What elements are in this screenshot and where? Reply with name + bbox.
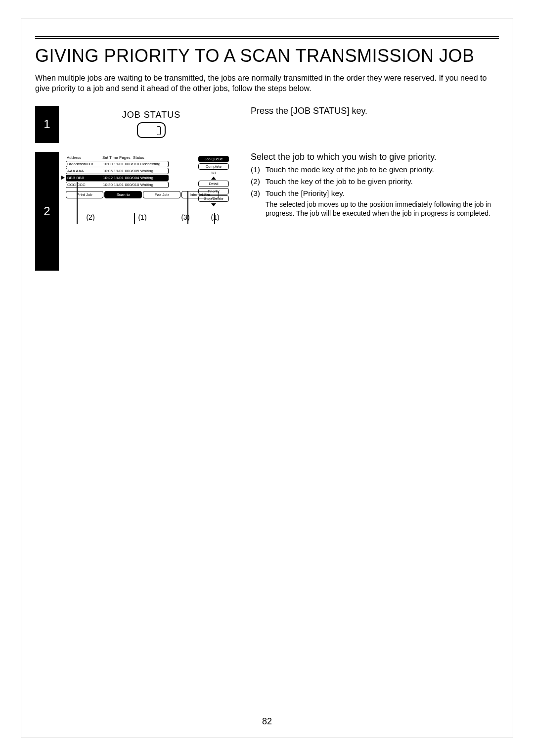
page-number: 82: [21, 716, 513, 727]
job-row[interactable]: CCC CCC 10:30 11/01 000/010 Waiting: [66, 182, 169, 188]
pointer-line: [134, 213, 135, 224]
job-row-selected[interactable]: BBB BBB 10:22 11/01 000/004 Waiting: [66, 175, 169, 181]
col-status: Status: [133, 155, 155, 160]
scroll-up-icon[interactable]: [211, 177, 216, 180]
row-addr: BBB BBB: [67, 176, 103, 180]
row-rest: 10:22 11/01 000/004 Waiting: [103, 176, 167, 180]
complete-button[interactable]: Complete: [198, 163, 229, 170]
callout: (2): [66, 213, 115, 221]
substep-2: (2) Touch the key of the job to be given…: [251, 177, 497, 186]
col-pages: Pages: [119, 155, 133, 160]
job-row[interactable]: Broadcast0001 10:00 11/01 000/010 Connec…: [66, 161, 169, 167]
step2-heading: Select the job to which you wish to give…: [251, 152, 497, 162]
step-number: 2: [35, 152, 59, 271]
pointer-line: [77, 182, 78, 224]
row-rest: 10:05 11/01 000/005 Waiting: [103, 169, 167, 173]
side-buttons: Job Queue Complete 1/1 Detail Priority S…: [198, 155, 229, 207]
tab-fax-job[interactable]: Fax Job: [143, 191, 180, 198]
callout: (1): [115, 213, 170, 221]
page-title: GIVING PRIORITY TO A SCAN TRANSMISSION J…: [35, 46, 499, 66]
top-rule: [35, 36, 499, 39]
row-addr: CCC CCC: [67, 183, 103, 187]
step-2: 2 Address Set Time Pages Status Broadcas…: [35, 152, 499, 271]
job-row[interactable]: AAA AAA 10:05 11/01 000/005 Waiting: [66, 168, 169, 174]
manual-page: GIVING PRIORITY TO A SCAN TRANSMISSION J…: [21, 18, 513, 738]
col-settime: Set Time: [102, 155, 119, 160]
job-status-label: JOB STATUS: [66, 110, 237, 120]
substep-note: The selected job moves up to the positio…: [266, 200, 497, 218]
job-status-key-icon: [137, 122, 166, 138]
row-rest: 10:30 11/01 000/010 Waiting: [103, 183, 167, 187]
job-queue-button[interactable]: Job Queue: [198, 156, 229, 162]
page-fraction: 1/1: [198, 171, 229, 175]
pointer-line: [214, 213, 215, 224]
step1-heading: Press the [JOB STATUS] key.: [251, 106, 497, 116]
substep-1: (1) Touch the mode key of the job to be …: [251, 165, 497, 174]
tab-scan-to[interactable]: Scan to: [104, 191, 142, 198]
step1-graphic: JOB STATUS: [59, 106, 242, 143]
callout: (1): [201, 213, 229, 221]
detail-button[interactable]: Detail: [198, 181, 229, 187]
row-addr: Broadcast0001: [67, 162, 103, 166]
col-address: Address: [67, 155, 102, 160]
substep-3: (3) Touch the [Priority] key.: [251, 189, 497, 198]
stop-delete-button[interactable]: Stop/Delete: [198, 195, 229, 202]
row-rest: 10:00 11/01 000/010 Connecting: [103, 162, 167, 166]
row-addr: AAA AAA: [67, 169, 103, 173]
step-number: 1: [35, 106, 59, 143]
step-1: 1 JOB STATUS Press the [JOB STATUS] key.: [35, 106, 499, 143]
step2-graphic: Address Set Time Pages Status Broadcast0…: [59, 152, 242, 271]
intro-text: When multiple jobs are waiting to be tra…: [35, 73, 499, 94]
job-status-screen: Address Set Time Pages Status Broadcast0…: [66, 155, 229, 221]
tab-print-job[interactable]: Print Job: [66, 191, 103, 198]
scroll-down-icon[interactable]: [211, 203, 216, 206]
callout: (3): [170, 213, 201, 221]
callout-labels: (2) (1) (3) (1): [66, 213, 229, 221]
pointer-line: [187, 191, 188, 224]
priority-button[interactable]: Priority: [198, 188, 229, 194]
